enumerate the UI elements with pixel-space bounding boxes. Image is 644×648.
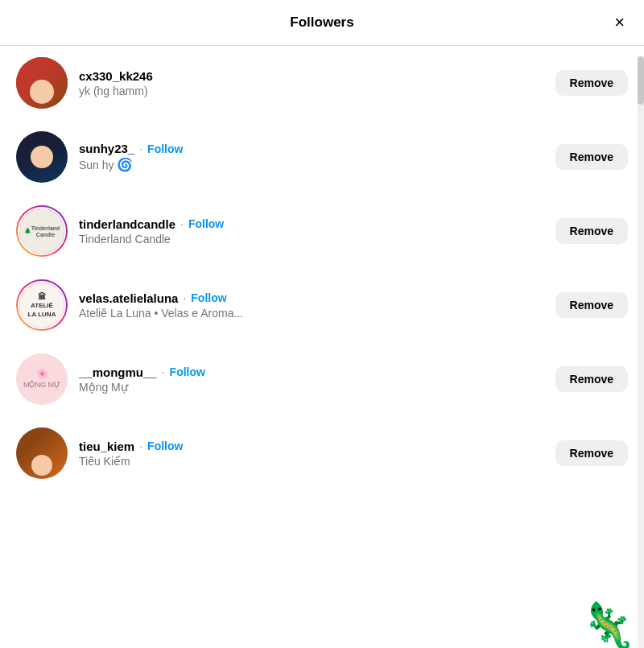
username-row: __mongmu__ · Follow <box>79 365 544 379</box>
user-info: tieu_kiem · Follow Tiêu Kiếm <box>79 440 544 468</box>
modal-header: Followers × <box>0 0 644 46</box>
separator: · <box>180 217 184 230</box>
remove-button[interactable]: Remove <box>555 70 628 96</box>
list-item: 🏛 ATELIÊ LA LUNA velas.atelielaluna · Fo… <box>0 268 644 342</box>
display-name: Tinderland Candle <box>79 233 544 246</box>
separator: · <box>162 365 165 378</box>
remove-button[interactable]: Remove <box>555 144 628 170</box>
user-info: velas.atelielaluna · Follow Ateliê La Lu… <box>79 291 544 320</box>
remove-button[interactable]: Remove <box>555 440 628 466</box>
follow-button[interactable]: Follow <box>188 217 224 230</box>
display-name: Sun hy 🌀 <box>79 157 544 172</box>
mascot-sticker: 🦎 <box>580 604 636 648</box>
remove-button[interactable]: Remove <box>555 292 628 318</box>
remove-button[interactable]: Remove <box>555 218 628 244</box>
username: cx330_kk246 <box>79 69 153 83</box>
username: sunhy23_ <box>79 142 134 155</box>
close-button[interactable]: × <box>611 10 628 35</box>
username-row: sunhy23_ · Follow <box>79 142 544 155</box>
list-item: cx330_kk246 yk (hg hamm) Remove <box>0 46 644 120</box>
list-item: sunhy23_ · Follow Sun hy 🌀 Remove <box>0 120 644 194</box>
scrollbar-thumb[interactable] <box>638 56 644 105</box>
separator: · <box>139 440 142 452</box>
username-row: cx330_kk246 <box>79 69 544 83</box>
follow-button[interactable]: Follow <box>191 291 226 304</box>
username: velas.atelielaluna <box>79 291 178 305</box>
modal-title: Followers <box>290 14 353 31</box>
display-name: yk (hg hamm) <box>79 85 544 97</box>
avatar: 🌲 TinderlandCandle <box>16 205 68 257</box>
avatar <box>16 57 68 109</box>
user-info: cx330_kk246 yk (hg hamm) <box>79 69 544 97</box>
display-name: Ateliê La Luna • Velas e Aroma... <box>79 307 544 320</box>
scrollbar-track[interactable] <box>638 56 644 648</box>
username-row: tinderlandcandle · Follow <box>79 217 544 231</box>
user-info: tinderlandcandle · Follow Tinderland Can… <box>79 217 544 246</box>
avatar <box>16 427 68 479</box>
separator: · <box>183 291 186 304</box>
separator: · <box>139 142 142 155</box>
follow-button[interactable]: Follow <box>170 365 205 378</box>
list-item: 🌸 MỘNG MỰ __mongmu__ · Follow Mộng Mự Re… <box>0 342 644 416</box>
username: __mongmu__ <box>79 365 157 379</box>
follow-button[interactable]: Follow <box>147 142 183 155</box>
username: tieu_kiem <box>79 440 134 453</box>
avatar: 🏛 ATELIÊ LA LUNA <box>16 279 68 331</box>
followers-modal: Followers × cx330_kk246 yk (hg hamm) Rem… <box>0 0 644 648</box>
remove-button[interactable]: Remove <box>555 366 628 392</box>
display-name: Tiêu Kiếm <box>79 455 544 468</box>
username: tinderlandcandle <box>79 217 175 231</box>
avatar: 🌸 MỘNG MỰ <box>16 353 68 405</box>
follow-button[interactable]: Follow <box>147 440 183 452</box>
followers-list: cx330_kk246 yk (hg hamm) Remove sunhy23_… <box>0 46 644 490</box>
avatar <box>16 131 68 183</box>
username-row: tieu_kiem · Follow <box>79 440 544 453</box>
display-name: Mộng Mự <box>79 381 544 394</box>
list-item: tieu_kiem · Follow Tiêu Kiếm Remove <box>0 416 644 490</box>
user-info: __mongmu__ · Follow Mộng Mự <box>79 365 544 394</box>
user-info: sunhy23_ · Follow Sun hy 🌀 <box>79 142 544 172</box>
username-row: velas.atelielaluna · Follow <box>79 291 544 305</box>
list-item: 🌲 TinderlandCandle tinderlandcandle · Fo… <box>0 194 644 268</box>
